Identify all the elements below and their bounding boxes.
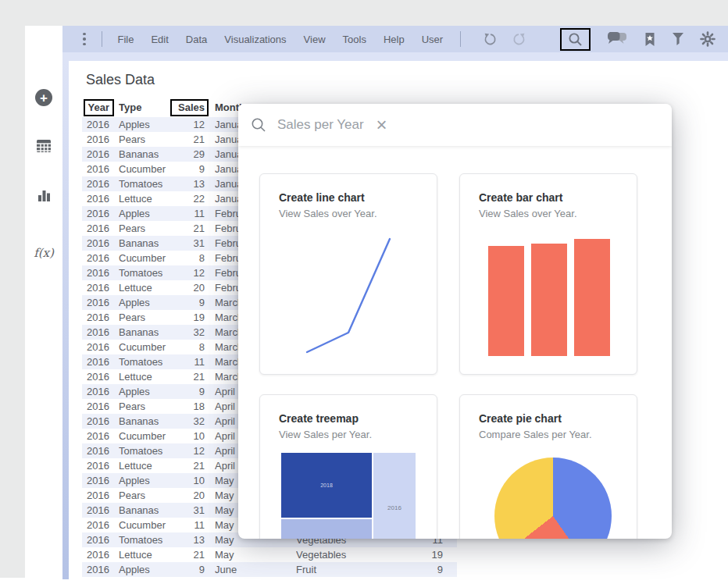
cell-type[interactable]: Pears — [119, 221, 173, 236]
cell-type[interactable]: Lettuce — [119, 280, 173, 295]
cell-category[interactable]: Fruit — [296, 562, 413, 577]
cell-sales[interactable]: 12 — [172, 117, 205, 132]
cell-type[interactable]: Pears — [119, 132, 173, 147]
cell-type[interactable]: Apples — [119, 117, 173, 132]
cell-type[interactable]: Lettuce — [119, 458, 173, 473]
cell-type[interactable]: Tomatoes — [119, 532, 173, 547]
cell-month[interactable]: June — [215, 562, 293, 577]
cell-year[interactable]: 2016 — [82, 325, 109, 340]
cell-sales[interactable]: 31 — [172, 236, 205, 251]
card-create-pie-chart[interactable]: Create pie chart Compare Sales per Year. — [459, 394, 637, 539]
comments-icon[interactable] — [606, 31, 628, 47]
card-create-treemap[interactable]: Create treemap View Sales per Year. 2018… — [259, 394, 437, 539]
kebab-menu-icon[interactable] — [83, 33, 86, 46]
cell-sales[interactable]: 11 — [172, 206, 205, 221]
cell-year[interactable]: 2016 — [82, 503, 109, 518]
cell-year[interactable]: 2016 — [82, 117, 109, 132]
cell-sales[interactable]: 22 — [172, 191, 205, 206]
undo-icon[interactable] — [483, 32, 498, 47]
cell-type[interactable]: Pears — [119, 488, 173, 503]
cell-sales[interactable]: 11 — [172, 518, 205, 532]
cell-year[interactable]: 2016 — [82, 191, 109, 206]
cell-value2[interactable]: 9 — [406, 562, 443, 577]
cell-type[interactable]: Apples — [119, 295, 173, 310]
type-header[interactable]: Type — [119, 100, 173, 116]
cell-year[interactable]: 2016 — [82, 265, 109, 280]
cell-sales[interactable]: 20 — [172, 280, 205, 295]
cell-sales[interactable]: 13 — [172, 176, 205, 191]
cell-sales[interactable]: 11 — [172, 354, 205, 369]
cell-year[interactable]: 2016 — [82, 310, 109, 325]
cell-type[interactable]: Cucumber — [119, 518, 173, 532]
cell-sales[interactable]: 10 — [172, 473, 205, 488]
cell-year[interactable]: 2016 — [82, 280, 109, 295]
cell-sales[interactable]: 12 — [172, 265, 205, 280]
table-row[interactable]: 2016Apples9JuneFruit9 — [82, 562, 457, 577]
search-query-text[interactable]: Sales per Year — [277, 117, 364, 133]
cell-value2[interactable]: 19 — [406, 547, 443, 562]
card-create-bar-chart[interactable]: Create bar chart View Sales over Year. — [459, 173, 637, 375]
cell-type[interactable]: Apples — [119, 473, 173, 488]
cell-type[interactable]: Tomatoes — [119, 265, 173, 280]
modal-search-bar[interactable]: Sales per Year × — [238, 104, 672, 146]
filter-icon[interactable] — [672, 32, 684, 46]
cell-type[interactable]: Lettuce — [119, 191, 173, 206]
cell-year[interactable]: 2016 — [82, 369, 109, 384]
menu-item-view[interactable]: View — [304, 34, 326, 45]
cell-sales[interactable]: 8 — [172, 251, 205, 265]
card-create-line-chart[interactable]: Create line chart View Sales over Year. — [259, 173, 437, 375]
cell-sales[interactable]: 19 — [172, 310, 205, 325]
cell-sales[interactable]: 21 — [172, 547, 205, 562]
cell-type[interactable]: Cucumber — [119, 340, 173, 354]
cell-sales[interactable]: 32 — [172, 414, 205, 429]
redo-icon[interactable] — [512, 32, 526, 47]
cell-year[interactable]: 2016 — [82, 443, 109, 458]
cell-year[interactable]: 2016 — [82, 562, 109, 577]
cell-type[interactable]: Apples — [119, 562, 173, 577]
cell-sales[interactable]: 13 — [172, 532, 205, 547]
cell-type[interactable]: Lettuce — [119, 547, 173, 562]
cell-type[interactable]: Apples — [119, 384, 173, 399]
cell-year[interactable]: 2016 — [82, 384, 109, 399]
cell-sales[interactable]: 9 — [172, 384, 205, 399]
cell-sales[interactable]: 21 — [172, 458, 205, 473]
cell-sales[interactable]: 12 — [172, 443, 205, 458]
menu-item-tools[interactable]: Tools — [343, 34, 366, 45]
cell-year[interactable]: 2016 — [82, 340, 109, 354]
search-icon[interactable] — [568, 32, 583, 47]
cell-year[interactable]: 2016 — [82, 295, 109, 310]
cell-type[interactable]: Cucumber — [119, 251, 173, 265]
menu-item-visualizations[interactable]: Visualizations — [224, 34, 286, 45]
clear-search-icon[interactable]: × — [376, 116, 387, 134]
cell-year[interactable]: 2016 — [82, 532, 109, 547]
cell-type[interactable]: Lettuce — [119, 369, 173, 384]
cell-year[interactable]: 2016 — [82, 518, 109, 532]
cell-type[interactable]: Bananas — [119, 325, 173, 340]
table-row[interactable]: 2016Lettuce21MayVegetables19 — [82, 547, 457, 562]
cell-year[interactable]: 2016 — [82, 221, 109, 236]
cell-type[interactable]: Tomatoes — [119, 354, 173, 369]
cell-year[interactable]: 2016 — [82, 176, 109, 191]
cell-year[interactable]: 2016 — [82, 354, 109, 369]
cell-category[interactable]: Vegetables — [296, 547, 413, 562]
menu-item-user[interactable]: User — [422, 34, 443, 45]
cell-sales[interactable]: 32 — [172, 325, 205, 340]
cell-type[interactable]: Pears — [119, 310, 173, 325]
cell-sales[interactable]: 9 — [172, 295, 205, 310]
add-button[interactable]: + — [25, 89, 62, 106]
cell-sales[interactable]: 10 — [172, 429, 205, 443]
cell-sales[interactable]: 20 — [172, 488, 205, 503]
cell-year[interactable]: 2016 — [82, 206, 109, 221]
cell-sales[interactable]: 9 — [172, 562, 205, 577]
cell-year[interactable]: 2016 — [82, 547, 109, 562]
cell-type[interactable]: Bananas — [119, 414, 173, 429]
cell-year[interactable]: 2016 — [82, 458, 109, 473]
menu-item-data[interactable]: Data — [186, 34, 207, 45]
cell-year[interactable]: 2016 — [82, 147, 109, 162]
cell-type[interactable]: Tomatoes — [119, 176, 173, 191]
cell-year[interactable]: 2016 — [82, 251, 109, 265]
cell-type[interactable]: Pears — [119, 399, 173, 414]
cell-year[interactable]: 2016 — [82, 132, 109, 147]
cell-year[interactable]: 2016 — [82, 473, 109, 488]
cell-type[interactable]: Cucumber — [119, 162, 173, 176]
